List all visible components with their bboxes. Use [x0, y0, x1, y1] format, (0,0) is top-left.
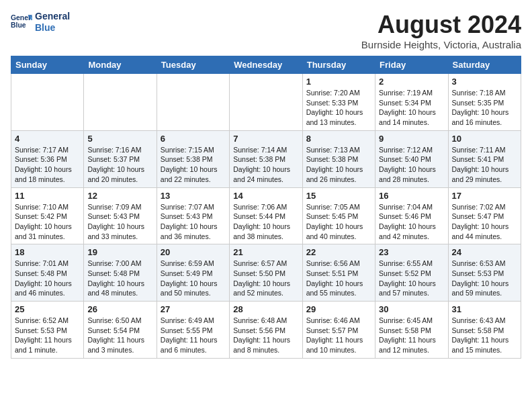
calendar-cell: 6Sunrise: 7:15 AM Sunset: 5:38 PM Daylig…	[157, 130, 229, 187]
day-info: Sunrise: 7:06 AM Sunset: 5:44 PM Dayligh…	[233, 202, 298, 242]
day-info: Sunrise: 6:45 AM Sunset: 5:58 PM Dayligh…	[379, 316, 444, 355]
calendar-week-row: 25Sunrise: 6:52 AM Sunset: 5:53 PM Dayli…	[11, 302, 521, 359]
day-info: Sunrise: 7:05 AM Sunset: 5:45 PM Dayligh…	[306, 202, 371, 242]
day-info: Sunrise: 7:12 AM Sunset: 5:40 PM Dayligh…	[379, 145, 444, 185]
day-number: 20	[161, 247, 226, 257]
calendar-cell: 27Sunrise: 6:49 AM Sunset: 5:55 PM Dayli…	[157, 302, 229, 359]
day-info: Sunrise: 7:14 AM Sunset: 5:38 PM Dayligh…	[233, 145, 298, 185]
calendar-cell: 1Sunrise: 7:20 AM Sunset: 5:33 PM Daylig…	[302, 74, 375, 131]
day-number: 17	[452, 191, 517, 201]
svg-text:Blue: Blue	[11, 21, 26, 29]
day-number: 10	[452, 134, 517, 144]
calendar-cell: 4Sunrise: 7:17 AM Sunset: 5:36 PM Daylig…	[11, 130, 84, 187]
day-number: 4	[15, 134, 80, 144]
day-info: Sunrise: 7:15 AM Sunset: 5:38 PM Dayligh…	[161, 145, 226, 185]
calendar-day-header: Monday	[84, 56, 157, 74]
day-number: 9	[379, 134, 444, 144]
day-number: 13	[161, 191, 226, 201]
day-info: Sunrise: 7:10 AM Sunset: 5:42 PM Dayligh…	[15, 202, 80, 242]
logo-icon: General Blue	[11, 13, 32, 32]
calendar-cell: 5Sunrise: 7:16 AM Sunset: 5:37 PM Daylig…	[84, 130, 157, 187]
day-number: 14	[233, 191, 298, 201]
calendar-week-row: 1Sunrise: 7:20 AM Sunset: 5:33 PM Daylig…	[11, 74, 521, 131]
calendar-cell: 15Sunrise: 7:05 AM Sunset: 5:45 PM Dayli…	[302, 187, 375, 244]
day-info: Sunrise: 6:59 AM Sunset: 5:49 PM Dayligh…	[161, 259, 226, 298]
calendar-day-header: Thursday	[302, 56, 375, 74]
calendar-cell: 28Sunrise: 6:48 AM Sunset: 5:56 PM Dayli…	[230, 302, 302, 359]
day-number: 25	[15, 304, 80, 314]
day-number: 6	[161, 134, 226, 144]
day-number: 16	[379, 191, 444, 201]
day-info: Sunrise: 7:11 AM Sunset: 5:41 PM Dayligh…	[452, 145, 517, 185]
logo: General Blue General Blue	[11, 11, 70, 34]
calendar-cell	[230, 74, 302, 131]
calendar-cell: 26Sunrise: 6:50 AM Sunset: 5:54 PM Dayli…	[84, 302, 157, 359]
location: Burnside Heights, Victoria, Australia	[361, 39, 521, 50]
calendar-cell	[84, 74, 157, 131]
calendar-week-row: 4Sunrise: 7:17 AM Sunset: 5:36 PM Daylig…	[11, 130, 521, 187]
day-number: 8	[306, 134, 371, 144]
day-number: 12	[87, 191, 152, 201]
day-info: Sunrise: 7:20 AM Sunset: 5:33 PM Dayligh…	[306, 88, 371, 128]
day-number: 28	[233, 304, 298, 314]
calendar-cell: 13Sunrise: 7:07 AM Sunset: 5:43 PM Dayli…	[157, 187, 229, 244]
day-info: Sunrise: 7:18 AM Sunset: 5:35 PM Dayligh…	[452, 88, 517, 128]
calendar-day-header: Friday	[375, 56, 448, 74]
day-info: Sunrise: 7:19 AM Sunset: 5:34 PM Dayligh…	[379, 88, 444, 128]
calendar-week-row: 18Sunrise: 7:01 AM Sunset: 5:48 PM Dayli…	[11, 244, 521, 302]
calendar-cell: 25Sunrise: 6:52 AM Sunset: 5:53 PM Dayli…	[11, 302, 84, 359]
calendar-cell	[157, 74, 229, 131]
calendar-week-row: 11Sunrise: 7:10 AM Sunset: 5:42 PM Dayli…	[11, 187, 521, 244]
day-info: Sunrise: 7:04 AM Sunset: 5:46 PM Dayligh…	[379, 202, 444, 242]
calendar-cell: 14Sunrise: 7:06 AM Sunset: 5:44 PM Dayli…	[230, 187, 302, 244]
day-number: 26	[87, 304, 152, 314]
day-number: 11	[15, 191, 80, 201]
logo-line1: General	[35, 11, 70, 22]
calendar-cell: 3Sunrise: 7:18 AM Sunset: 5:35 PM Daylig…	[448, 74, 521, 131]
day-info: Sunrise: 6:56 AM Sunset: 5:51 PM Dayligh…	[306, 259, 371, 298]
month-title: August 2024	[361, 11, 521, 39]
calendar-table: SundayMondayTuesdayWednesdayThursdayFrid…	[11, 56, 521, 359]
calendar-cell: 10Sunrise: 7:11 AM Sunset: 5:41 PM Dayli…	[448, 130, 521, 187]
day-number: 23	[379, 247, 444, 257]
day-info: Sunrise: 6:50 AM Sunset: 5:54 PM Dayligh…	[87, 316, 152, 355]
day-info: Sunrise: 7:02 AM Sunset: 5:47 PM Dayligh…	[452, 202, 517, 242]
day-info: Sunrise: 6:57 AM Sunset: 5:50 PM Dayligh…	[233, 259, 298, 298]
day-number: 15	[306, 191, 371, 201]
day-number: 3	[452, 77, 517, 87]
day-info: Sunrise: 6:52 AM Sunset: 5:53 PM Dayligh…	[15, 316, 80, 355]
calendar-cell: 29Sunrise: 6:46 AM Sunset: 5:57 PM Dayli…	[302, 302, 375, 359]
calendar-day-header: Tuesday	[157, 56, 229, 74]
calendar-cell: 19Sunrise: 7:00 AM Sunset: 5:48 PM Dayli…	[84, 244, 157, 302]
day-number: 1	[306, 77, 371, 87]
calendar-cell: 9Sunrise: 7:12 AM Sunset: 5:40 PM Daylig…	[375, 130, 448, 187]
calendar-cell: 31Sunrise: 6:43 AM Sunset: 5:58 PM Dayli…	[448, 302, 521, 359]
day-number: 2	[379, 77, 444, 87]
calendar-cell: 12Sunrise: 7:09 AM Sunset: 5:43 PM Dayli…	[84, 187, 157, 244]
day-info: Sunrise: 6:48 AM Sunset: 5:56 PM Dayligh…	[233, 316, 298, 355]
day-info: Sunrise: 7:17 AM Sunset: 5:36 PM Dayligh…	[15, 145, 80, 185]
calendar-cell	[11, 74, 84, 131]
calendar-cell: 8Sunrise: 7:13 AM Sunset: 5:38 PM Daylig…	[302, 130, 375, 187]
day-number: 29	[306, 304, 371, 314]
day-number: 30	[379, 304, 444, 314]
day-number: 7	[233, 134, 298, 144]
day-info: Sunrise: 7:07 AM Sunset: 5:43 PM Dayligh…	[161, 202, 226, 242]
calendar-header-row: SundayMondayTuesdayWednesdayThursdayFrid…	[11, 56, 521, 74]
day-number: 21	[233, 247, 298, 257]
calendar-cell: 30Sunrise: 6:45 AM Sunset: 5:58 PM Dayli…	[375, 302, 448, 359]
calendar-cell: 16Sunrise: 7:04 AM Sunset: 5:46 PM Dayli…	[375, 187, 448, 244]
day-info: Sunrise: 6:46 AM Sunset: 5:57 PM Dayligh…	[306, 316, 371, 355]
calendar-day-header: Sunday	[11, 56, 84, 74]
calendar-cell: 21Sunrise: 6:57 AM Sunset: 5:50 PM Dayli…	[230, 244, 302, 302]
calendar-cell: 22Sunrise: 6:56 AM Sunset: 5:51 PM Dayli…	[302, 244, 375, 302]
day-number: 27	[161, 304, 226, 314]
day-info: Sunrise: 6:43 AM Sunset: 5:58 PM Dayligh…	[452, 316, 517, 355]
day-info: Sunrise: 7:16 AM Sunset: 5:37 PM Dayligh…	[87, 145, 152, 185]
calendar-cell: 7Sunrise: 7:14 AM Sunset: 5:38 PM Daylig…	[230, 130, 302, 187]
day-number: 5	[87, 134, 152, 144]
day-number: 19	[87, 247, 152, 257]
logo-line2: Blue	[35, 22, 70, 34]
calendar-cell: 20Sunrise: 6:59 AM Sunset: 5:49 PM Dayli…	[157, 244, 229, 302]
day-info: Sunrise: 7:01 AM Sunset: 5:48 PM Dayligh…	[15, 259, 80, 298]
